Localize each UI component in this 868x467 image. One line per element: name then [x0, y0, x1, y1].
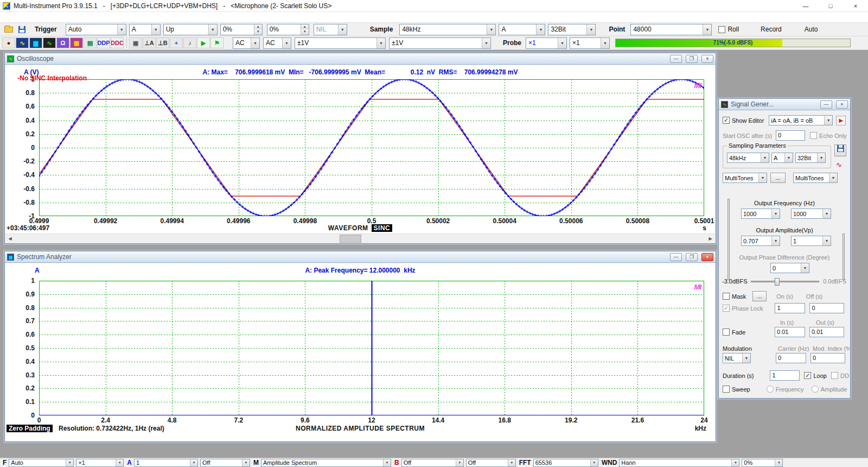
show-editor-checkbox[interactable]: Show Editor: [723, 117, 764, 124]
trigger-mode-combo[interactable]: Auto▼: [66, 24, 126, 35]
b-gain-combo[interactable]: Off▼: [401, 459, 464, 467]
ground-b-icon[interactable]: ⊥B: [156, 37, 169, 48]
mod-index-input[interactable]: 0: [810, 353, 845, 363]
save-file-button[interactable]: [15, 23, 28, 35]
fade-in-input[interactable]: 0.01: [775, 327, 805, 337]
save-settings-button[interactable]: [834, 144, 846, 156]
signal-generator-icon[interactable]: ∿: [43, 37, 56, 48]
range-b-combo[interactable]: ±1V▼: [389, 37, 491, 49]
generator-play-button[interactable]: ▶: [836, 116, 846, 125]
dds-checkbox[interactable]: DDS: [831, 372, 850, 379]
sound-device-icon[interactable]: ♪: [183, 37, 196, 48]
duration-input[interactable]: 1: [770, 370, 800, 381]
multimeter-icon[interactable]: Ω: [56, 37, 69, 48]
point-combo[interactable]: 48000▼: [630, 24, 712, 35]
frequency-a-combo[interactable]: 1000▼: [741, 209, 780, 219]
restore-button[interactable]: ❐: [686, 253, 698, 261]
sampling-channel-combo[interactable]: A▼: [499, 24, 545, 35]
frequency-b-combo[interactable]: 1000▼: [791, 209, 831, 219]
a-mode-combo[interactable]: Off▼: [200, 459, 250, 467]
sweep-checkbox[interactable]: Sweep: [723, 386, 750, 393]
close-button[interactable]: ×: [843, 0, 868, 11]
fft-size-combo[interactable]: 65536▼: [533, 459, 598, 467]
close-button[interactable]: ×: [701, 55, 713, 63]
menu-instrument[interactable]: [20, 16, 29, 18]
minimize-button[interactable]: —: [793, 0, 818, 11]
trigger-edge-combo[interactable]: Up▼: [163, 24, 218, 35]
signal-generator-title-bar[interactable]: ∿ Signal Gener... — ×: [719, 99, 850, 110]
phase-lock-b-input[interactable]: 0: [809, 303, 844, 313]
scroll-right-icon[interactable]: ▶: [706, 234, 715, 243]
spinner-arrows[interactable]: ▲▼: [254, 24, 262, 35]
generator-channel-combo[interactable]: A▼: [771, 153, 793, 163]
open-file-button[interactable]: [2, 23, 15, 35]
frequency-display-combo[interactable]: Auto▼: [9, 459, 74, 467]
ddc-icon[interactable]: DDC: [111, 37, 124, 48]
spin-down-icon[interactable]: ▼: [254, 29, 262, 35]
calibration-icon[interactable]: +: [170, 37, 183, 48]
phase-lock-checkbox[interactable]: Phase Lock: [723, 305, 763, 312]
sampling-bits-combo[interactable]: 32Bit▼: [548, 24, 596, 35]
frequency-mult-combo[interactable]: ×1▼: [76, 459, 124, 467]
minimize-button[interactable]: —: [670, 55, 682, 63]
waveform-library-icon[interactable]: ∿: [836, 161, 842, 169]
close-button[interactable]: ×: [836, 100, 848, 109]
window-function-combo[interactable]: Hann▼: [619, 459, 739, 467]
modulation-type-combo[interactable]: NIL▼: [723, 353, 751, 363]
minimize-button[interactable]: —: [670, 253, 682, 261]
spectrum-analyzer-icon[interactable]: ▆: [29, 37, 42, 48]
amplitude-b-combo[interactable]: 1▼: [791, 236, 831, 246]
sweep-amplitude-radio[interactable]: Amplitude: [812, 386, 847, 393]
scroll-left-icon[interactable]: ◀: [5, 234, 15, 243]
data-logger-icon[interactable]: ▤: [84, 37, 97, 48]
start-osc-input[interactable]: 0: [776, 130, 805, 141]
oscilloscope-title-bar[interactable]: ∿ Oscilloscope — ❐ ×: [5, 53, 716, 65]
oscilloscope-icon[interactable]: ∿: [16, 37, 29, 48]
routing-combo[interactable]: iA = oA, iB = oB▼: [769, 115, 833, 125]
wave-b-combo[interactable]: MultiTones▼: [793, 173, 838, 183]
sweep-frequency-radio[interactable]: Frequency: [767, 386, 804, 393]
coupling-b-combo[interactable]: AC▼: [263, 37, 291, 49]
probe-b-combo[interactable]: ×1▼: [570, 37, 610, 49]
maximize-button[interactable]: □: [818, 0, 843, 11]
trigger-source-combo[interactable]: A▼: [129, 24, 161, 35]
slider-thumb[interactable]: [775, 278, 780, 286]
wave-editor-button[interactable]: ...: [770, 173, 786, 183]
auto-scale-button[interactable]: Auto: [801, 24, 821, 34]
sampling-rate-combo[interactable]: 48kHz▼: [399, 24, 496, 35]
amplitude-a-combo[interactable]: 0.707▼: [741, 236, 780, 246]
record-indicator-icon[interactable]: ●: [2, 37, 15, 48]
overlap-combo[interactable]: 0%▼: [742, 459, 783, 467]
spin-up-icon[interactable]: ▲: [254, 24, 262, 30]
a-gain-combo[interactable]: 1▼: [134, 459, 198, 467]
run-mode-icon[interactable]: ⚑: [210, 37, 224, 48]
trigger-hpf-combo[interactable]: NIL▼: [314, 24, 347, 35]
menu-help[interactable]: [39, 16, 49, 18]
coupling-a-combo[interactable]: AC▼: [233, 37, 260, 49]
spectrum-3d-plot-icon[interactable]: ▦: [70, 37, 83, 48]
trigger-level-spinner[interactable]: 0%▲▼: [220, 24, 263, 35]
pan-zoom-icon[interactable]: ▣: [129, 37, 142, 48]
mask-editor-button[interactable]: ...: [752, 291, 767, 301]
generator-bits-combo[interactable]: 32Bit▼: [795, 153, 826, 163]
menu-window[interactable]: [29, 16, 39, 18]
close-button[interactable]: ×: [701, 253, 713, 261]
roll-checkbox[interactable]: Roll: [718, 26, 739, 33]
minimize-button[interactable]: —: [820, 100, 832, 109]
phase-combo[interactable]: 0▼: [770, 263, 809, 273]
ddp-viewer-icon[interactable]: DDP: [97, 37, 110, 48]
fade-checkbox[interactable]: Fade: [723, 329, 745, 336]
scrollbar-thumb[interactable]: [340, 235, 361, 243]
fade-out-input[interactable]: 0.01: [809, 327, 844, 337]
carrier-input[interactable]: 0: [776, 353, 806, 363]
menu-setting[interactable]: [10, 16, 20, 18]
spin-up-icon[interactable]: ▲: [301, 24, 309, 30]
output-level-slider[interactable]: [751, 281, 819, 282]
frequency-slider[interactable]: [727, 199, 730, 280]
phase-lock-a-input[interactable]: 1: [775, 303, 805, 313]
start-icon[interactable]: ▶: [197, 37, 210, 48]
trigger-delay-spinner[interactable]: 0%▲▼: [267, 24, 309, 35]
probe-a-combo[interactable]: ×1▼: [526, 37, 567, 49]
wave-a-combo[interactable]: MultiTones▼: [723, 173, 767, 183]
mask-checkbox[interactable]: Mask: [723, 293, 746, 300]
